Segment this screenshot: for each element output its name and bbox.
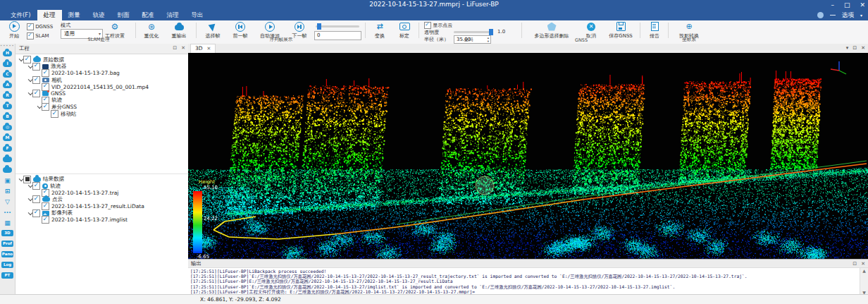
tree-checkbox[interactable] <box>32 182 40 190</box>
view-button-3d[interactable]: 3D <box>0 228 15 238</box>
menu-tabs: 文件(F)处理测量轨迹剖面配准清理导出 <box>4 10 210 20</box>
orthographic-view-icon[interactable]: ▣ <box>0 175 15 186</box>
tree-item[interactable]: 2022-10-14-15-13-27.imglist <box>16 217 188 224</box>
menu-tab-8[interactable]: 导出 <box>185 10 210 20</box>
view-button-label: Prof <box>1 241 13 247</box>
maximize-button[interactable]: □ <box>844 0 850 10</box>
tree-checkbox[interactable] <box>32 63 40 71</box>
tree-checkbox[interactable] <box>42 202 49 210</box>
expander-icon[interactable] <box>18 178 23 181</box>
tree-checkbox[interactable] <box>32 76 40 84</box>
height-legend: Height 55.10 24.22 -6.65 <box>192 179 241 185</box>
snapshot-icon[interactable]: ▦ <box>0 217 15 228</box>
tree-checkbox[interactable] <box>51 110 58 118</box>
display-by-time-icon[interactable]: T <box>0 101 15 111</box>
frame-slider[interactable] <box>316 25 359 28</box>
view-button-pano[interactable]: Pano <box>0 249 15 260</box>
close-panel-icon[interactable]: ✕ <box>861 45 865 51</box>
view-button-log[interactable]: Log <box>0 260 15 270</box>
menu-tab-5[interactable]: 剖面 <box>111 10 136 20</box>
tree-checkbox[interactable] <box>42 83 49 91</box>
tree-checkbox[interactable] <box>23 56 31 63</box>
expander-icon[interactable] <box>27 65 32 68</box>
display-globe-icon[interactable]: ◎ <box>0 122 15 133</box>
tree-item[interactable]: 结果数据 <box>16 176 188 183</box>
menu-tab-7[interactable]: 清理 <box>161 10 185 20</box>
minimize-button[interactable]: – <box>831 0 834 10</box>
tree-checkbox[interactable] <box>42 216 49 224</box>
expander-icon[interactable] <box>27 184 32 188</box>
cloud-icon: M <box>3 135 12 141</box>
tree-item[interactable]: 2022-10-14-15-13-27.traj <box>16 190 188 197</box>
tree-checkbox[interactable] <box>42 103 49 111</box>
dgnss-checkbox[interactable]: DGNSS <box>27 23 53 30</box>
close-panel-icon[interactable]: ✕ <box>181 45 185 51</box>
close-button[interactable]: ✕ <box>860 0 865 10</box>
tree-item[interactable]: 2022-10-14-15-13-27_result.LiData <box>16 203 188 210</box>
chevron-down-icon[interactable]: ▾ <box>846 45 849 51</box>
float-panel-icon[interactable]: ⊡ <box>852 45 857 51</box>
display-by-file-icon[interactable]: F <box>0 143 15 154</box>
view-button-prof[interactable]: Prof <box>0 238 15 249</box>
log-scrollbar[interactable]: ▲ ▼ <box>860 268 868 295</box>
tree-checkbox[interactable] <box>42 69 49 77</box>
tree-item[interactable]: VID_20221014_154135_00_001.mp4 <box>16 83 188 90</box>
display-by-height-icon[interactable]: H <box>0 48 15 59</box>
expander-icon[interactable] <box>27 92 32 95</box>
transform-button[interactable]: ⇄ 变换 <box>369 21 390 39</box>
display-blend-icon[interactable]: B <box>0 111 15 122</box>
expander-icon[interactable] <box>36 105 42 109</box>
float-panel-icon[interactable]: ⊡ <box>852 261 857 267</box>
tree-checkbox[interactable] <box>32 90 40 97</box>
view-button-pt[interactable]: PT <box>0 270 15 281</box>
display-by-mix-icon[interactable]: M <box>0 133 15 143</box>
scroll-up-icon[interactable]: ▲ <box>860 268 868 273</box>
viewport-tab-3d[interactable]: 3D✕ <box>190 44 216 54</box>
menu-tab-1[interactable]: 文件(F) <box>4 10 37 20</box>
expander-icon[interactable] <box>27 78 32 82</box>
menu-tab-6[interactable]: 配准 <box>136 10 161 20</box>
tree-checkbox[interactable] <box>32 209 40 217</box>
tree-item-label: VID_20221014_154135_00_001.mp4 <box>51 84 149 90</box>
titlebar: 2022-10-14-15-13-27.mmprj - LiFuser-BP –… <box>0 0 868 10</box>
tree-item[interactable]: 移动站 <box>16 111 188 118</box>
help-icon[interactable] <box>817 12 824 18</box>
close-panel-icon[interactable]: ✕ <box>861 261 865 267</box>
full-extent-icon[interactable]: ⊞ <box>0 186 15 196</box>
display-by-classification-icon[interactable]: C <box>0 69 15 80</box>
menu-tab-4[interactable]: 轨迹 <box>87 10 111 20</box>
expander-icon[interactable] <box>27 212 32 215</box>
project-panel-header: 工程 ⊡ ✕ <box>16 44 188 54</box>
display-by-intensity-icon[interactable]: I <box>0 59 15 69</box>
expander-icon[interactable] <box>27 197 32 201</box>
tree-checkbox[interactable] <box>32 195 40 203</box>
output-panel-title: 输出 <box>191 260 202 267</box>
collapse-ribbon-icon[interactable] <box>830 15 836 16</box>
view-frustum-icon[interactable]: ▽ <box>0 196 15 207</box>
cloud-icon: ◎ <box>3 125 12 130</box>
display-by-return-icon[interactable]: R <box>0 90 15 101</box>
display-extra-1-icon[interactable] <box>0 154 15 164</box>
show-pointcloud-checkbox[interactable]: 显示点云 <box>424 22 452 29</box>
point-size-icon[interactable]: ··· <box>0 207 15 217</box>
tree-section-2: 结果数据轨迹2022-10-14-15-13-27.traj点云2022-10-… <box>16 174 188 223</box>
report-button[interactable]: 报告 <box>644 21 665 39</box>
ribbon-separator <box>668 23 669 38</box>
float-panel-icon[interactable]: ⊡ <box>173 45 177 51</box>
menu-tab-2[interactable]: 处理 <box>37 10 62 20</box>
slider-handle[interactable] <box>317 23 321 30</box>
tree-item[interactable]: 差分GNSS <box>16 104 188 111</box>
opacity-slider[interactable] <box>454 31 493 33</box>
options-menu[interactable]: 选项 <box>842 11 854 20</box>
expander-icon[interactable] <box>18 58 23 61</box>
slider-handle[interactable] <box>489 29 493 35</box>
tree-checkbox[interactable] <box>23 176 31 183</box>
point-cloud-canvas[interactable] <box>188 53 868 259</box>
display-by-rgb-icon[interactable]: A <box>0 80 15 90</box>
tree-item[interactable]: 2022-10-14-15-13-27.bag <box>16 70 188 77</box>
tree-item[interactable]: 原始数据 <box>16 56 188 63</box>
close-tab-icon[interactable]: ✕ <box>207 46 211 51</box>
menu-tab-3[interactable]: 测量 <box>62 10 87 20</box>
display-extra-2-icon[interactable] <box>0 164 15 175</box>
calibrate-button[interactable]: 标定 <box>393 21 416 39</box>
